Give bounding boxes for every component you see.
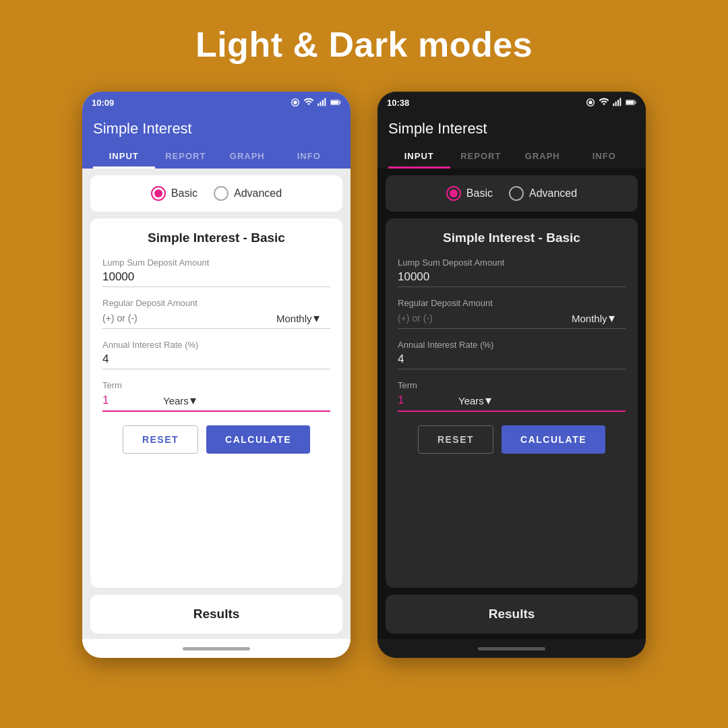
svg-rect-5 <box>324 98 326 106</box>
frequency-dropdown-light[interactable]: Monthly ▾ <box>276 311 330 326</box>
interest-rate-input-light[interactable] <box>102 353 330 366</box>
tab-input-light[interactable]: INPUT <box>93 144 155 169</box>
tabs-light[interactable]: INPUT REPORT GRAPH INFO <box>93 144 340 169</box>
tab-info-light[interactable]: INFO <box>278 144 340 169</box>
focus-icon <box>290 97 301 108</box>
wifi-icon-dark <box>599 97 609 108</box>
radio-advanced-dark[interactable]: Advanced <box>509 186 577 201</box>
svg-rect-4 <box>322 100 324 106</box>
calculate-button-dark[interactable]: CALCULATE <box>502 425 605 454</box>
term-unit-light: Years <box>163 395 189 406</box>
term-row-dark: Years ▾ <box>398 393 626 412</box>
reset-button-dark[interactable]: RESET <box>418 425 493 454</box>
card-title-dark: Simple Interest - Basic <box>398 231 626 245</box>
term-input-dark[interactable] <box>398 394 452 407</box>
frequency-value-light: Monthly <box>276 313 312 324</box>
reset-button-light[interactable]: RESET <box>123 425 198 454</box>
bottom-handle-light <box>183 647 250 650</box>
calculate-button-light[interactable]: CALCULATE <box>206 425 310 454</box>
lump-sum-row-light <box>102 270 330 287</box>
regular-deposit-input-light[interactable] <box>102 313 270 324</box>
lump-sum-input-light[interactable] <box>102 270 330 284</box>
bottom-bar-light <box>82 639 351 658</box>
btn-row-light: RESET CALCULATE <box>102 425 330 454</box>
page-title: Light & Dark modes <box>195 24 533 65</box>
lump-sum-label-light: Lump Sum Deposit Amount <box>102 257 330 268</box>
term-row-light: Years ▾ <box>102 393 330 412</box>
results-bar-light: Results <box>90 595 342 634</box>
term-arrow-light: ▾ <box>190 393 196 408</box>
term-dropdown-light[interactable]: Years ▾ <box>163 393 217 408</box>
radio-advanced-outer-light <box>214 186 229 201</box>
signal-icon-dark <box>612 97 623 108</box>
term-arrow-dark: ▾ <box>485 393 491 408</box>
radio-basic-inner-dark <box>450 189 458 198</box>
svg-rect-8 <box>331 100 338 104</box>
status-bar-dark: 10:38 <box>377 92 646 113</box>
tab-graph-light[interactable]: GRAPH <box>216 144 278 169</box>
svg-rect-11 <box>613 103 614 106</box>
radio-basic-label-dark: Basic <box>466 187 493 200</box>
bottom-handle-dark <box>478 647 545 650</box>
svg-rect-14 <box>619 98 621 106</box>
regular-deposit-label-light: Regular Deposit Amount <box>102 298 330 308</box>
bottom-bar-dark <box>377 639 646 658</box>
term-input-light[interactable] <box>102 394 156 407</box>
light-mode-phone: 10:09 Simple Interest INPUT <box>82 92 351 658</box>
term-unit-dark: Years <box>458 395 484 406</box>
frequency-dropdown-dark[interactable]: Monthly ▾ <box>572 311 626 326</box>
battery-icon <box>330 97 341 108</box>
lump-sum-row-dark <box>398 270 626 287</box>
regular-deposit-row-light: Monthly ▾ <box>102 311 330 329</box>
tab-graph-dark[interactable]: GRAPH <box>512 144 574 169</box>
status-icons-light <box>290 97 341 108</box>
interest-rate-input-dark[interactable] <box>398 353 626 366</box>
status-time-light: 10:09 <box>92 98 114 108</box>
lump-sum-label-dark: Lump Sum Deposit Amount <box>398 257 626 268</box>
battery-icon-dark <box>626 97 636 108</box>
radio-basic-outer-dark <box>446 186 461 201</box>
tab-input-dark[interactable]: INPUT <box>388 144 450 169</box>
dropdown-arrow-dark: ▾ <box>609 311 615 326</box>
results-bar-dark: Results <box>386 595 638 634</box>
phones-row: 10:09 Simple Interest INPUT <box>82 92 646 658</box>
regular-deposit-input-dark[interactable] <box>398 313 565 324</box>
interest-rate-label-light: Annual Interest Rate (%) <box>102 340 330 350</box>
svg-rect-16 <box>635 101 636 103</box>
app-bar-title-dark: Simple Interest <box>388 120 635 144</box>
interest-rate-row-dark <box>398 353 626 369</box>
term-label-dark: Term <box>398 380 626 390</box>
signal-icon <box>317 97 328 108</box>
status-bar-light: 10:09 <box>82 92 351 113</box>
radio-basic-light[interactable]: Basic <box>151 186 198 201</box>
focus-icon-dark <box>585 97 596 108</box>
svg-point-9 <box>588 100 592 104</box>
app-bar-light: Simple Interest INPUT REPORT GRAPH INFO <box>82 113 351 169</box>
phone-content-light: Basic Advanced Simple Interest - Basic L… <box>82 169 351 639</box>
interest-rate-label-dark: Annual Interest Rate (%) <box>398 340 626 350</box>
status-time-dark: 10:38 <box>387 98 409 108</box>
app-bar-title-light: Simple Interest <box>93 120 340 144</box>
btn-row-dark: RESET CALCULATE <box>398 425 626 454</box>
regular-deposit-label-dark: Regular Deposit Amount <box>398 298 626 308</box>
term-dropdown-dark[interactable]: Years ▾ <box>458 393 512 408</box>
svg-rect-3 <box>320 102 322 107</box>
radio-basic-outer-light <box>151 186 166 201</box>
interest-rate-row-light <box>102 353 330 369</box>
wifi-icon <box>303 97 314 108</box>
tab-info-dark[interactable]: INFO <box>574 144 636 169</box>
lump-sum-input-dark[interactable] <box>398 270 626 284</box>
svg-rect-12 <box>615 102 617 107</box>
radio-advanced-light[interactable]: Advanced <box>214 186 282 201</box>
radio-basic-dark[interactable]: Basic <box>446 186 493 201</box>
radio-row-light: Basic Advanced <box>90 175 342 212</box>
svg-rect-2 <box>317 103 319 106</box>
frequency-value-dark: Monthly <box>572 313 607 324</box>
tab-report-light[interactable]: REPORT <box>155 144 217 169</box>
term-label-light: Term <box>102 380 330 390</box>
radio-row-dark: Basic Advanced <box>386 175 638 212</box>
svg-rect-13 <box>617 100 619 106</box>
card-light: Simple Interest - Basic Lump Sum Deposit… <box>90 218 342 588</box>
tab-report-dark[interactable]: REPORT <box>450 144 512 169</box>
tabs-dark[interactable]: INPUT REPORT GRAPH INFO <box>388 144 635 169</box>
